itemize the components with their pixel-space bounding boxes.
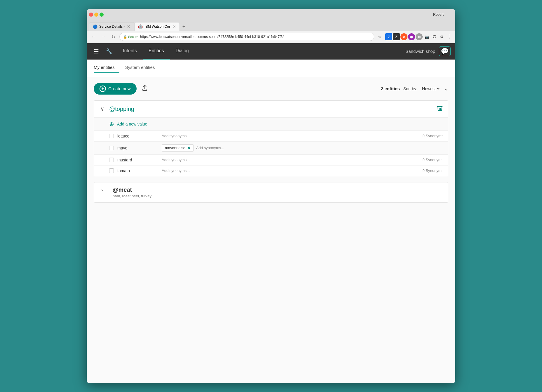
ext-gray-icon[interactable]: ⊞ <box>416 33 423 40</box>
title-bar: Robert <box>87 9 455 20</box>
nav-item-intents[interactable]: Intents <box>117 43 143 60</box>
user-name: Robert <box>433 13 444 17</box>
add-value-text[interactable]: Add a new value <box>117 122 147 126</box>
entity-meta-meat: ham, roast beef, turkey <box>113 194 151 198</box>
ext-z1-icon[interactable]: Z <box>385 33 392 40</box>
nav-right: Sandwich shop 💬 <box>405 46 451 56</box>
synonym-area-mayo: mayonnaise ✕ Add synonyms... <box>162 144 443 151</box>
entity-value-mustard: mustard Add synonyms... 0 Synonyms <box>94 154 448 165</box>
new-tab-button[interactable]: + <box>180 23 188 31</box>
delete-topping-button[interactable] <box>436 105 443 113</box>
tab-label-ibm: IBM Watson Cor <box>144 25 170 29</box>
tab-ibm-watson[interactable]: 🤖 IBM Watson Cor ✕ <box>134 22 180 31</box>
minimize-window-btn[interactable] <box>94 13 98 17</box>
entity-count: 2 entities <box>381 86 400 91</box>
add-value-row: ⊕ Add a new value <box>94 117 448 130</box>
address-input[interactable]: 🔒 Secure https://www.ibmwatsonconversati… <box>119 33 374 41</box>
tab-service-details[interactable]: 🔵 Service Details - ✕ <box>89 22 134 31</box>
star-icon[interactable]: ☆ <box>377 34 383 40</box>
synonyms-count-mustard: 0 Synonyms <box>422 158 443 162</box>
entity-card-topping: ∨ @topping ⊕ Add a new value <box>94 100 448 176</box>
entity-header-meat: › @meat ham, roast beef, turkey <box>99 187 443 198</box>
entity-value-mayo: mayo mayonnaise ✕ Add synonyms... <box>94 141 448 154</box>
entity-value-lettuce: lettuce Add synonyms... 0 Synonyms <box>94 130 448 141</box>
add-synonyms-mustard[interactable]: Add synonyms... <box>162 158 190 162</box>
value-name-mayo: mayo <box>117 146 158 150</box>
nav-item-entities[interactable]: Entities <box>143 43 170 60</box>
url-text: https://www.ibmwatsonconversation.com/us… <box>140 35 284 39</box>
address-bar: ← → ↻ 🔒 Secure https://www.ibmwatsonconv… <box>87 31 455 43</box>
main-content: My entities System entities + Create new… <box>87 60 455 383</box>
app-nav: ☰ 🔧 Intents Entities Dialog Sandwich sho… <box>87 43 455 60</box>
ext-settings-icon[interactable]: ⚙ <box>438 33 445 40</box>
synonym-area-lettuce: Add synonyms... <box>162 134 419 138</box>
synonyms-count-tomato: 0 Synonyms <box>422 168 443 173</box>
tab-icon-service: 🔵 <box>93 25 97 29</box>
ext-orange-icon[interactable]: ✕ <box>400 33 407 40</box>
nav-item-dialog[interactable]: Dialog <box>170 43 195 60</box>
reload-button[interactable]: ↻ <box>109 33 117 41</box>
entities-header: My entities System entities <box>87 60 455 77</box>
entity-list: ∨ @topping ⊕ Add a new value <box>87 100 455 215</box>
synonyms-count-lettuce: 0 Synonyms <box>422 134 443 138</box>
close-window-btn[interactable] <box>89 13 93 17</box>
forward-button[interactable]: → <box>100 33 107 41</box>
add-value-icon[interactable]: ⊕ <box>109 121 114 128</box>
entity-name-meat[interactable]: @meat <box>113 187 132 193</box>
browser-menu-icon[interactable]: ⋮ <box>447 34 452 40</box>
address-icons: ☆ <box>377 34 383 40</box>
shop-name: Sandwich shop <box>405 49 435 54</box>
tab-bar: 🔵 Service Details - ✕ 🤖 IBM Watson Cor ✕… <box>87 20 455 31</box>
add-synonyms-lettuce[interactable]: Add synonyms... <box>162 134 190 138</box>
add-synonyms-mayo[interactable]: Add synonyms... <box>196 146 224 150</box>
toolbar: + Create new 2 entities Sort by: Newest … <box>87 77 455 100</box>
sort-by-label: Sort by: <box>403 86 417 91</box>
value-name-mustard: mustard <box>117 158 158 162</box>
sort-chevron-icon[interactable]: ⌄ <box>444 86 448 92</box>
tab-close-service[interactable]: ✕ <box>127 24 130 29</box>
add-synonyms-tomato[interactable]: Add synonyms... <box>162 168 190 173</box>
chat-icon[interactable]: 💬 <box>439 46 451 56</box>
synonym-area-tomato: Add synonyms... <box>162 168 419 173</box>
tab-close-ibm[interactable]: ✕ <box>172 24 176 29</box>
back-button[interactable]: ← <box>90 33 97 41</box>
synonym-chip-mayonnaise: mayonnaise ✕ <box>162 144 194 151</box>
remove-synonym-mayonnaise[interactable]: ✕ <box>187 146 191 150</box>
plus-circle-icon: + <box>100 86 106 92</box>
checkbox-tomato[interactable] <box>109 168 114 173</box>
upload-button[interactable] <box>141 84 148 93</box>
expand-meat-button[interactable]: › <box>99 187 106 193</box>
synonym-area-mustard: Add synonyms... <box>162 158 419 162</box>
secure-badge: 🔒 Secure <box>123 35 138 39</box>
ext-z2-icon[interactable]: Z <box>393 33 400 40</box>
browser-window: Robert 🔵 Service Details - ✕ 🤖 IBM Watso… <box>87 9 455 383</box>
extension-icons: Z Z ✕ ◉ ⊞ 📷 🛡 ⚙ ⋮ <box>385 33 452 40</box>
tab-label-service: Service Details - <box>99 25 125 29</box>
sort-select[interactable]: Newest <box>421 86 440 91</box>
wrench-icon[interactable]: 🔧 <box>104 46 115 57</box>
create-new-button[interactable]: + Create new <box>94 83 137 95</box>
entity-header-topping: ∨ @topping <box>94 101 448 117</box>
checkbox-mustard[interactable] <box>109 158 114 162</box>
entity-name-topping[interactable]: @topping <box>109 106 134 112</box>
ext-purple-icon[interactable]: ◉ <box>408 33 415 40</box>
window-controls <box>89 13 104 17</box>
hamburger-button[interactable]: ☰ <box>91 46 101 57</box>
maximize-window-btn[interactable] <box>100 13 104 17</box>
checkbox-mayo[interactable] <box>109 146 114 150</box>
ext-shield-icon[interactable]: 🛡 <box>431 33 438 40</box>
tab-system-entities[interactable]: System entities <box>125 64 160 73</box>
tab-icon-ibm: 🤖 <box>138 24 143 29</box>
tab-my-entities[interactable]: My entities <box>94 64 119 73</box>
checkbox-lettuce[interactable] <box>109 134 114 138</box>
entity-info-meat: @meat ham, roast beef, turkey <box>113 187 151 198</box>
synonym-chip-text: mayonnaise <box>165 146 185 150</box>
collapse-topping-button[interactable]: ∨ <box>99 106 106 112</box>
entity-value-tomato: tomato Add synonyms... 0 Synonyms <box>94 165 448 176</box>
value-name-tomato: tomato <box>117 168 158 173</box>
ext-photo-icon[interactable]: 📷 <box>423 33 430 40</box>
app-nav-items: Intents Entities Dialog <box>117 43 195 60</box>
toolbar-right: 2 entities Sort by: Newest ⌄ <box>381 86 448 92</box>
value-name-lettuce: lettuce <box>117 134 158 138</box>
entity-card-meat: › @meat ham, roast beef, turkey <box>94 182 448 203</box>
